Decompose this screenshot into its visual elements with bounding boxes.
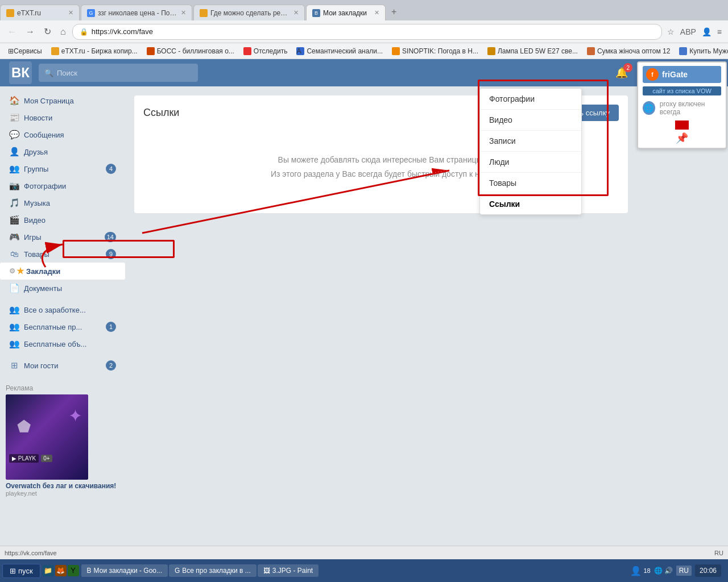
sidebar-label: Все о заработке... [24, 306, 116, 314]
tab-google[interactable]: G ззг николаев цена - Поиск... ✕ [81, 5, 192, 20]
taskbar-item-paint[interactable]: 🖼 3.JPG - Paint [258, 564, 318, 577]
dropdown-item-goods[interactable]: Товары [480, 173, 581, 194]
status-url: https://vk.com/fave [5, 550, 714, 556]
dropdown-item-posts[interactable]: Записи [480, 131, 581, 152]
sidebar-item-friends[interactable]: 👤 Друзья [0, 143, 125, 160]
language-indicator[interactable]: RU [676, 566, 692, 576]
sidebar-item-documents[interactable]: 📄 Документы [0, 280, 125, 297]
bookmark-favicon [243, 47, 251, 55]
bookmark-boss[interactable]: БОСС - биллинговая о... [143, 46, 238, 56]
tab-title: ззг николаев цена - Поиск... [98, 9, 177, 17]
vk-body: 🏠 Моя Страница 📰 Новости 💬 Сообщения 👤 Д… [0, 86, 728, 532]
taskbar-clock[interactable]: 20:06 [695, 564, 721, 577]
taskbar-item-article[interactable]: G Все про закладки в ... [169, 564, 257, 577]
sidebar-item-news[interactable]: 📰 Новости [0, 109, 125, 126]
taskbar-tray-icon2[interactable]: 🦊 [55, 565, 67, 576]
sidebar-item-free1[interactable]: 👥 Бесплатные пр... 1 [0, 318, 125, 335]
sidebar-item-messages[interactable]: 💬 Сообщения [0, 126, 125, 143]
taskbar-favicon: G [175, 567, 180, 575]
bookmark-bag[interactable]: Сумка жіноча оптом 12 [584, 46, 673, 56]
bookmark-star-button[interactable]: ☆ [665, 26, 676, 38]
tab-vk[interactable]: В Мои закладки ✕ [306, 5, 386, 20]
extensions-button[interactable]: ABP [679, 26, 698, 38]
taskbar-favicon: В [87, 567, 92, 575]
bookmark-seo[interactable]: A Семантический анали... [293, 46, 386, 56]
sidebar-item-my-page[interactable]: 🏠 Моя Страница [0, 92, 125, 109]
home-button[interactable]: ⌂ [57, 26, 69, 38]
sidebar-item-guests[interactable]: ⊞ Мои гости 2 [0, 357, 125, 374]
taskbar-tray-icons: 🌐 🔊 [654, 567, 673, 575]
back-button[interactable]: ← [5, 26, 19, 38]
bookmark-track[interactable]: Отследить [240, 46, 291, 56]
tab-etxt[interactable]: eTXT.ru ✕ [0, 5, 80, 20]
sidebar-label: Сообщения [24, 131, 116, 139]
sidebar-item-music[interactable]: 🎵 Музыка [0, 194, 125, 211]
taskbar-item-label: Все про закладки в ... [182, 567, 250, 575]
forward-button[interactable]: → [23, 26, 38, 38]
taskbar-tray-icon1[interactable]: 📁 [43, 565, 54, 576]
bookmark-favicon [487, 47, 495, 55]
sidebar-label: Документы [24, 284, 116, 293]
tab-close-button[interactable]: ✕ [290, 9, 299, 16]
goods-icon: 🛍 [9, 249, 19, 259]
photos-icon: 📷 [9, 181, 19, 191]
address-text: https://vk.com/fave [92, 27, 153, 36]
group-icon: 👥 [9, 305, 19, 315]
frigate-pin-icon[interactable]: 📌 [676, 132, 688, 144]
sidebar-label: Друзья [24, 148, 116, 156]
bookmark-etxt[interactable]: eTXT.ru - Биржа копир... [48, 46, 141, 56]
sidebar-label: Игры [24, 233, 105, 242]
bookmark-weather[interactable]: SINOPTIK: Погода в Н... [388, 46, 482, 56]
address-input[interactable]: 🔒 https://vk.com/fave [72, 24, 662, 40]
dropdown-item-links[interactable]: Ссылки [480, 194, 581, 214]
reload-button[interactable]: ↻ [41, 25, 54, 38]
vk-logo[interactable]: ВК [9, 61, 32, 84]
sidebar-item-photos[interactable]: 📷 Фотографии [0, 177, 125, 194]
vk-sidebar: 🏠 Моя Страница 📰 Новости 💬 Сообщения 👤 Д… [0, 86, 125, 532]
taskbar-item-vk[interactable]: В Мои закладки - Goo... [81, 564, 168, 577]
sidebar-item-earnings[interactable]: 👥 Все о заработке... [0, 301, 125, 318]
bookmarks-title: Ссылки [143, 107, 179, 119]
menu-button[interactable]: ≡ [715, 26, 723, 38]
user-profile-button[interactable]: 👤 [700, 26, 713, 38]
sound-icon: 🔊 [664, 567, 673, 575]
sidebar-item-games[interactable]: 🎮 Игры 14 [0, 228, 125, 246]
frigate-logo: f [646, 68, 659, 81]
frigate-icon-row: 🌐 proxy включен всегда [643, 98, 721, 118]
tab-close-button[interactable]: ✕ [371, 9, 379, 16]
ad-image[interactable]: ✦ ⬟ ▶ PLAYK 0+ [6, 394, 88, 480]
dropdown-item-people[interactable]: Люди [480, 152, 581, 173]
bookmark-favicon [147, 47, 155, 55]
status-right: RU [714, 550, 723, 556]
taskbar-tray-icon3[interactable]: Y [68, 565, 79, 576]
tab-close-button[interactable]: ✕ [177, 9, 186, 16]
vk-search[interactable]: 🔍 Поиск [39, 64, 198, 82]
bookmark-apps[interactable]: ⊞ Сервисы [5, 46, 46, 56]
globe-icon[interactable]: 🌐 [643, 101, 655, 115]
sidebar-item-free2[interactable]: 👥 Бесплатные объ... [0, 335, 125, 352]
sidebar-label: Группы [24, 165, 106, 173]
bookmark-lamp[interactable]: Лампа LED 5W E27 све... [484, 46, 581, 56]
games-icon: 🎮 [9, 232, 19, 242]
tab-site3[interactable]: Где можно сделать ребен... ✕ [193, 5, 305, 20]
sidebar-item-video[interactable]: 🎬 Видео [0, 211, 125, 228]
taskbar-item-label: 3.JPG - Paint [272, 567, 313, 575]
notifications-button[interactable]: 🔔 2 [615, 66, 628, 79]
dropdown-item-photos[interactable]: Фотографии [480, 89, 581, 110]
new-tab-button[interactable]: + [387, 5, 401, 19]
games-badge: 14 [105, 232, 116, 242]
taskbar: ⊞ пуск 📁 🦊 Y В Мои закладки - Goo... G В… [0, 559, 728, 582]
documents-icon: 📄 [9, 283, 19, 293]
start-label: пуск [18, 567, 33, 575]
bookmark-shirt[interactable]: Купить Мужская Руба... [676, 46, 728, 56]
start-button[interactable]: ⊞ пуск [2, 564, 40, 578]
gear-icon[interactable]: ⚙ [9, 267, 15, 275]
dropdown-item-video[interactable]: Видео [480, 110, 581, 131]
sidebar-item-groups[interactable]: 👥 Группы 4 [0, 160, 125, 177]
sidebar-label: Фотографии [24, 182, 116, 190]
sidebar-item-bookmarks[interactable]: ⚙ ★ Закладки [0, 263, 125, 280]
sidebar-item-goods[interactable]: 🛍 Товары 9 [0, 246, 125, 263]
ad-title[interactable]: Overwatch без лаг и скачивания! [6, 482, 119, 490]
tab-bar: eTXT.ru ✕ G ззг николаев цена - Поиск...… [0, 0, 728, 20]
tab-close-button[interactable]: ✕ [65, 9, 73, 16]
